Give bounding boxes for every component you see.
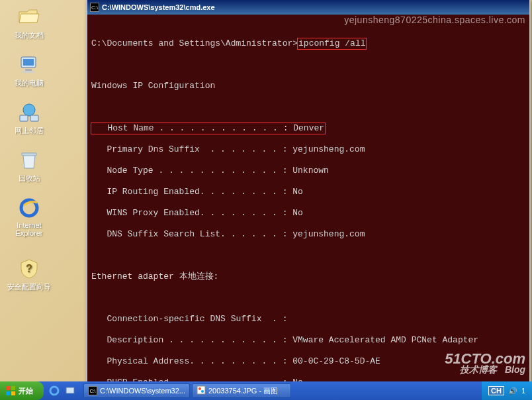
- desktop-icon-recycle[interactable]: 回收站: [3, 148, 56, 183]
- windows-logo-icon: [5, 385, 16, 396]
- terminal-content[interactable]: yejunsheng870225china.spaces.live.com C:…: [87, 15, 529, 383]
- svg-rect-5: [20, 115, 28, 121]
- task-paint[interactable]: 20033754.JPG - 画图: [192, 383, 291, 398]
- output-line: Description . . . . . . . . . . . : VMwa…: [91, 335, 525, 346]
- svg-rect-10: [6, 386, 10, 390]
- ql-desktop-icon[interactable]: [64, 384, 77, 397]
- svg-rect-1: [23, 59, 34, 66]
- recycle-bin-icon: [17, 148, 41, 172]
- system-tray[interactable]: CH 🔊 1: [482, 381, 532, 400]
- task-cmd[interactable]: C:\ C:\WINDOWS\system32...: [83, 383, 190, 398]
- output-line: DNS Suffix Search List. . . . . . : yeju…: [91, 229, 525, 240]
- taskbar: 开始 C:\ C:\WINDOWS\system32... 20033754.J…: [0, 381, 532, 400]
- task-buttons: C:\ C:\WINDOWS\system32... 20033754.JPG …: [81, 383, 294, 398]
- svg-rect-11: [11, 386, 15, 390]
- output-line: Connection-specific DNS Suffix . :: [91, 314, 525, 325]
- task-label: 20033754.JPG - 画图: [208, 386, 278, 396]
- cmd-icon: C:\: [88, 386, 97, 395]
- desktop-icon-ie[interactable]: Internet Explorer: [3, 196, 56, 237]
- svg-point-18: [201, 390, 204, 393]
- cmd-window: C:\ C:\WINDOWS\system32\cmd.exe yejunshe…: [86, 0, 531, 383]
- network-icon: [17, 101, 41, 125]
- desktop-icon-label: 网上邻居: [3, 126, 56, 136]
- cmd-icon: C:\: [90, 3, 99, 12]
- output-line: Node Type . . . . . . . . . . . . : Unkn…: [91, 166, 525, 176]
- folder-open-icon: [17, 5, 41, 29]
- svg-rect-2: [25, 69, 32, 71]
- tray-speaker-icon[interactable]: 🔊: [508, 387, 517, 395]
- svg-rect-3: [22, 71, 34, 73]
- svg-text:?: ?: [26, 263, 32, 274]
- desktop-icon-mydocs[interactable]: 我的文档: [3, 5, 56, 40]
- task-label: C:\WINDOWS\system32...: [100, 387, 185, 395]
- output-line: Windows IP Configuration: [91, 81, 525, 91]
- svg-point-4: [23, 104, 35, 116]
- titlebar[interactable]: C:\ C:\WINDOWS\system32\cmd.exe: [87, 0, 529, 15]
- paint-icon: [197, 385, 206, 396]
- start-label: 开始: [19, 386, 33, 396]
- desktop-icon-security-wizard[interactable]: ? 安全配置向导: [3, 257, 56, 292]
- desktop-icon-label: 我的电脑: [3, 78, 56, 88]
- shield-question-icon: ?: [17, 257, 41, 281]
- desktop-icon-label: 我的文档: [3, 30, 56, 40]
- svg-rect-7: [22, 153, 36, 156]
- output-line: Ethernet adapter 本地连接:: [91, 272, 525, 282]
- svg-rect-6: [30, 115, 38, 121]
- svg-rect-15: [66, 387, 74, 393]
- computer-icon: [17, 53, 41, 77]
- watermark-brand: 51CTO.com技术博客 Blog: [445, 354, 525, 375]
- watermark-url: yejunsheng870225china.spaces.live.com: [344, 15, 525, 25]
- svg-rect-16: [197, 386, 205, 394]
- svg-point-17: [199, 387, 201, 390]
- desktop-icon-mycomputer[interactable]: 我的电脑: [3, 53, 56, 88]
- ie-icon: [17, 196, 41, 220]
- desktop-icon-network[interactable]: 网上邻居: [3, 101, 56, 136]
- output-line: WINS Proxy Enabled. . . . . . . . : No: [91, 208, 525, 219]
- ql-ie-icon[interactable]: [48, 384, 61, 397]
- ipconfig-command: ipconfig /all: [297, 38, 367, 50]
- svg-rect-12: [6, 391, 10, 395]
- tray-clock[interactable]: 1: [521, 387, 525, 395]
- start-button[interactable]: 开始: [0, 381, 44, 400]
- prompt: C:\Documents and Settings\Administrator>: [91, 38, 298, 48]
- svg-rect-13: [11, 391, 15, 395]
- desktop-icon-label: Internet Explorer: [3, 221, 56, 237]
- output-line: IP Routing Enabled. . . . . . . . : No: [91, 187, 525, 197]
- quick-launch: [44, 384, 81, 397]
- hostname-line: Host Name . . . . . . . . . . . . : Denv…: [91, 123, 326, 134]
- output-line: Primary Dns Suffix . . . . . . . : yejun…: [91, 144, 525, 155]
- svg-point-14: [50, 387, 58, 395]
- desktop-icon-label: 安全配置向导: [3, 282, 56, 292]
- lang-indicator[interactable]: CH: [488, 386, 504, 395]
- window-title: C:\WINDOWS\system32\cmd.exe: [102, 3, 527, 11]
- desktop-icon-label: 回收站: [3, 174, 56, 183]
- desktop: 我的文档 我的电脑 网上邻居 回收站 Internet Explorer ? 安…: [0, 0, 532, 400]
